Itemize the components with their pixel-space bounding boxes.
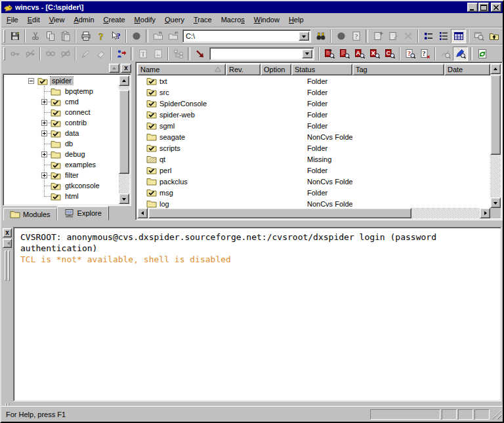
view-list-button[interactable] bbox=[421, 29, 436, 43]
panel-close-button[interactable]: x bbox=[121, 64, 131, 73]
column-header-name[interactable]: Name bbox=[137, 64, 226, 75]
tree-scroll-thumb[interactable] bbox=[119, 90, 129, 174]
column-header-status[interactable]: Status bbox=[291, 64, 352, 75]
column-header-rev[interactable]: Rev. bbox=[226, 64, 261, 75]
view-report-button[interactable] bbox=[451, 29, 466, 43]
command-combo-dropdown-button[interactable] bbox=[302, 49, 312, 58]
command-line-button[interactable] bbox=[192, 47, 207, 61]
browse-path-combo-dropdown-button[interactable] bbox=[299, 31, 309, 41]
save-button[interactable] bbox=[7, 29, 22, 43]
tree-item-bpqtemp[interactable]: bpqtemp bbox=[5, 86, 119, 96]
panel-pin-button[interactable] bbox=[109, 64, 119, 73]
list-scroll-right-button[interactable] bbox=[480, 208, 490, 218]
expand-box-icon[interactable] bbox=[41, 131, 47, 136]
tree-item-debug[interactable]: debug bbox=[5, 149, 119, 159]
refresh-button[interactable] bbox=[474, 47, 490, 61]
column-header-option[interactable]: Option bbox=[261, 64, 291, 75]
table-row-txt[interactable]: txtFolder bbox=[137, 75, 490, 87]
minimize-button[interactable] bbox=[467, 3, 478, 12]
tree-scroll-down-button[interactable] bbox=[119, 193, 129, 204]
console-collapse-button[interactable] bbox=[3, 239, 12, 248]
tree-item-examples[interactable]: examples bbox=[5, 159, 119, 170]
table-row-spider-web[interactable]: spider-webFolder bbox=[137, 109, 490, 120]
close-button[interactable] bbox=[491, 3, 501, 12]
query-annotate-button[interactable]: A bbox=[352, 47, 367, 61]
collapse-box-icon[interactable] bbox=[28, 78, 34, 84]
console-drag-handle[interactable] bbox=[4, 251, 10, 281]
tree-item-contrib[interactable]: contrib bbox=[5, 117, 119, 128]
list-scroll-up-button[interactable] bbox=[490, 64, 501, 74]
menu-view[interactable]: View bbox=[45, 14, 70, 26]
table-row-sgml[interactable]: sgmlFolder bbox=[137, 120, 490, 131]
menu-query[interactable]: Query bbox=[160, 14, 189, 26]
tree-item-html[interactable]: html bbox=[5, 191, 119, 201]
menu-edit[interactable]: Edit bbox=[23, 14, 45, 26]
query-log-button[interactable] bbox=[337, 47, 352, 61]
menu-window[interactable]: Window bbox=[249, 14, 284, 26]
list-hscroll-thumb[interactable] bbox=[148, 208, 411, 218]
view-details-button[interactable] bbox=[436, 29, 451, 43]
expand-box-icon[interactable] bbox=[41, 151, 47, 157]
print-button[interactable] bbox=[78, 29, 93, 43]
table-row-seagate[interactable]: seagateNonCvs Folder bbox=[137, 131, 490, 142]
menu-help[interactable]: Help bbox=[284, 14, 308, 26]
table-row-packclus[interactable]: packclusNonCvs Folder bbox=[137, 176, 490, 187]
list-scroll-thumb[interactable] bbox=[490, 75, 501, 155]
table-row-scripts[interactable]: scriptsFolder bbox=[137, 142, 490, 153]
tab-explore[interactable]: Explore bbox=[57, 206, 109, 220]
trace-mode-button[interactable] bbox=[453, 47, 468, 61]
resize-grip[interactable] bbox=[492, 409, 501, 420]
tree-item-data[interactable]: data bbox=[5, 128, 119, 138]
console-splitter[interactable] bbox=[1, 220, 503, 227]
menu-macros[interactable]: Macros bbox=[217, 14, 249, 26]
menu-modify[interactable]: Modify bbox=[130, 14, 160, 26]
toolbar-gripper[interactable] bbox=[3, 30, 5, 43]
browse-path-combo-value[interactable]: C:\ bbox=[183, 30, 297, 42]
console-output[interactable]: CVSROOT: anonymous@cvs.dxspider.sourcefo… bbox=[13, 227, 501, 401]
tab-modules[interactable]: Modules bbox=[3, 208, 57, 220]
menu-file[interactable]: File bbox=[2, 14, 23, 26]
query-status-button[interactable]: ? bbox=[402, 47, 417, 61]
query-commit-button[interactable]: C bbox=[382, 47, 397, 61]
expand-box-icon[interactable] bbox=[41, 172, 47, 178]
command-combo[interactable] bbox=[209, 47, 314, 60]
context-help-button[interactable]: ? bbox=[108, 29, 123, 43]
expand-box-icon[interactable] bbox=[41, 120, 47, 126]
tree-item-cmd[interactable]: cmd bbox=[5, 96, 119, 107]
menu-trace[interactable]: Trace bbox=[189, 14, 217, 26]
list-horizontal-scrollbar[interactable] bbox=[137, 208, 490, 218]
command-combo-value[interactable] bbox=[210, 48, 301, 60]
tree-item-db[interactable]: db bbox=[5, 138, 119, 149]
tree-item-gtkconsole[interactable]: gtkconsole bbox=[5, 180, 119, 191]
menu-admin[interactable]: Admin bbox=[69, 14, 98, 26]
tree-item-connect[interactable]: connect bbox=[5, 107, 119, 117]
table-row-qt[interactable]: qtMissing bbox=[137, 153, 490, 165]
titlebar[interactable]: wincvs - [C:\spider\] bbox=[1, 1, 503, 13]
query-update-button[interactable] bbox=[322, 47, 337, 61]
tree-item-filter[interactable]: filter bbox=[5, 170, 119, 180]
tree-vertical-scrollbar[interactable] bbox=[119, 75, 129, 204]
table-row-perl[interactable]: perlFolder bbox=[137, 165, 490, 176]
list-scroll-left-button[interactable] bbox=[137, 208, 148, 218]
list-vertical-scrollbar[interactable] bbox=[490, 64, 501, 208]
tree-item-spider[interactable]: spider bbox=[5, 75, 119, 86]
table-row-src[interactable]: srcFolder bbox=[137, 87, 490, 98]
maximize-button[interactable] bbox=[478, 3, 489, 12]
table-row-SpiderConsole[interactable]: SpiderConsoleFolder bbox=[137, 98, 490, 109]
console-close-button[interactable]: x bbox=[3, 228, 12, 237]
query-cancel-button[interactable]: ? bbox=[417, 47, 432, 61]
list-scroll-down-button[interactable] bbox=[490, 197, 501, 208]
table-row-msg[interactable]: msgFolder bbox=[137, 187, 490, 198]
column-header-tag[interactable]: Tag bbox=[352, 64, 444, 75]
expand-box-icon[interactable] bbox=[41, 99, 47, 105]
table-row-log[interactable]: logNonCvs Folder bbox=[137, 198, 490, 208]
menu-create[interactable]: Create bbox=[99, 14, 130, 26]
release-module-button[interactable] bbox=[114, 47, 129, 61]
column-header-date[interactable]: Date bbox=[444, 64, 490, 75]
browse-location-button[interactable] bbox=[313, 29, 328, 43]
up-one-level-button[interactable] bbox=[486, 29, 501, 43]
about-help-button[interactable]: ? bbox=[93, 29, 108, 43]
tree-scroll-up-button[interactable] bbox=[119, 75, 129, 86]
browse-path-combo[interactable]: C:\ bbox=[182, 30, 311, 43]
panel-gripper[interactable]: x bbox=[1, 62, 133, 73]
